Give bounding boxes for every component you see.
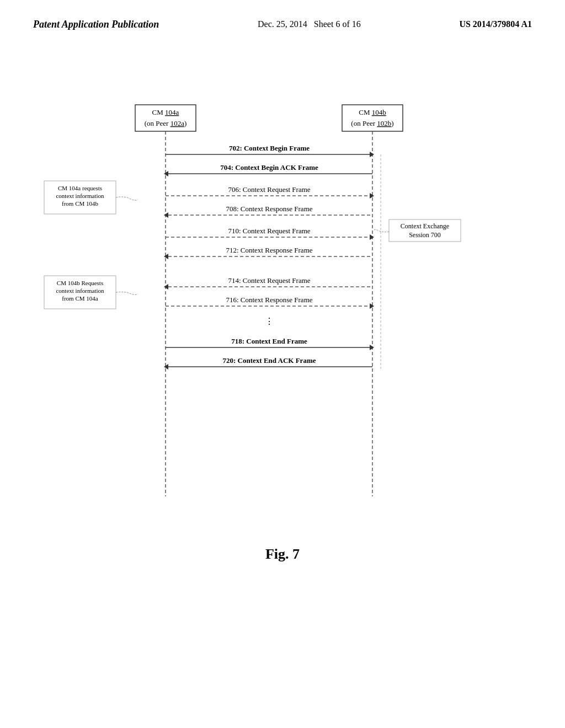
svg-text:720: Context End ACK Frame: 720: Context End ACK Frame xyxy=(223,356,316,365)
svg-text:⋮: ⋮ xyxy=(265,317,274,326)
svg-marker-16 xyxy=(370,193,374,199)
svg-text:716: Context Response Frame: 716: Context Response Frame xyxy=(226,296,312,304)
svg-text:718: Context End Frame: 718: Context End Frame xyxy=(231,337,307,345)
svg-marker-31 xyxy=(370,303,374,309)
svg-text:708: Context Response Frame: 708: Context Response Frame xyxy=(226,205,312,213)
fig-caption: Fig. 7 xyxy=(0,546,565,563)
svg-marker-10 xyxy=(370,152,374,157)
svg-text:context information: context information xyxy=(56,192,104,199)
publication-title: Patent Application Publication xyxy=(33,18,159,31)
svg-text:from CM 104b: from CM 104b xyxy=(62,200,99,207)
svg-text:Session 700: Session 700 xyxy=(409,231,441,239)
svg-marker-38 xyxy=(164,364,168,370)
svg-text:from CM 104a: from CM 104a xyxy=(62,295,98,302)
svg-marker-22 xyxy=(370,234,374,240)
svg-marker-35 xyxy=(370,345,374,350)
svg-text:702: Context Begin Frame: 702: Context Begin Frame xyxy=(229,144,310,152)
svg-marker-28 xyxy=(164,284,168,290)
svg-text:704: Context Begin ACK Frame: 704: Context Begin ACK Frame xyxy=(220,163,318,172)
svg-text:714: Context Request Frame: 714: Context Request Frame xyxy=(228,276,310,285)
svg-text:CM 104a requests: CM 104a requests xyxy=(58,185,102,191)
svg-text:CM 104b: CM 104b xyxy=(359,108,386,116)
svg-text:CM 104b Requests: CM 104b Requests xyxy=(57,280,103,286)
svg-marker-25 xyxy=(164,254,168,259)
svg-text:706: Context Request Frame: 706: Context Request Frame xyxy=(228,185,310,194)
svg-marker-13 xyxy=(164,171,168,176)
svg-text:CM 104a: CM 104a xyxy=(152,108,179,116)
svg-text:Context Exchange: Context Exchange xyxy=(401,222,449,230)
svg-text:context information: context information xyxy=(56,287,104,294)
patent-number: US 2014/379804 A1 xyxy=(459,18,532,31)
svg-text:712: Context Response Frame: 712: Context Response Frame xyxy=(226,246,312,254)
header-center-info: Dec. 25, 2014 Sheet 6 of 16 xyxy=(258,18,361,31)
svg-text:710: Context Request Frame: 710: Context Request Frame xyxy=(228,227,310,235)
sequence-diagram: CM 104a (on Peer 102a) CM 104b (on Peer … xyxy=(33,99,530,529)
svg-marker-19 xyxy=(164,212,168,218)
svg-text:(on Peer 102b): (on Peer 102b) xyxy=(351,119,393,127)
page-header: Patent Application Publication Dec. 25, … xyxy=(0,0,565,31)
svg-text:(on Peer 102a): (on Peer 102a) xyxy=(145,119,187,127)
